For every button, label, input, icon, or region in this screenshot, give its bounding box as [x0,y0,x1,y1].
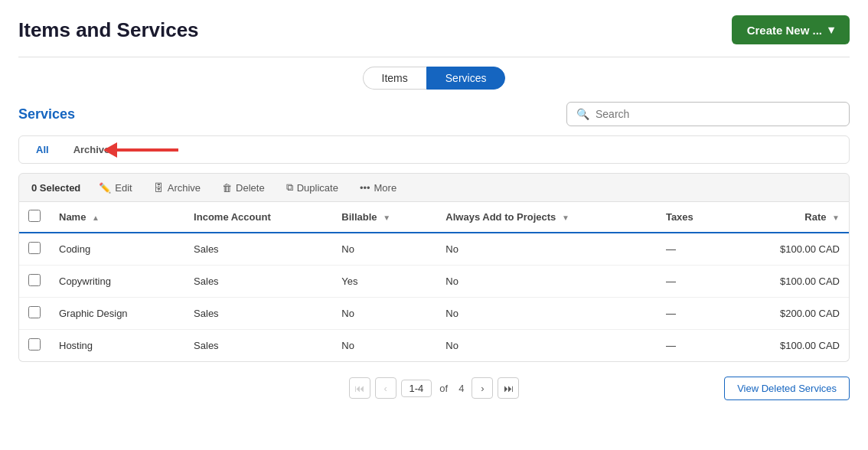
row-always-add: No [436,233,657,266]
pag-next-button[interactable]: › [472,377,493,399]
sort-icon-always-add: ▼ [562,214,569,222]
col-always-add[interactable]: Always Add to Projects ▼ [436,202,657,233]
sort-icon-rate: ▼ [832,214,840,222]
chevron-down-icon: ▾ [828,23,834,37]
delete-button[interactable]: 🗑 Delete [219,181,268,195]
row-checkbox-0[interactable] [28,242,41,254]
row-income-account: Sales [184,233,332,266]
table-row: Coding Sales No No — $100.00 CAD [19,233,849,266]
row-name: Coding [50,233,184,266]
search-icon: 🔍 [576,108,589,120]
select-all-col [19,202,50,233]
tab-items[interactable]: Items [363,67,426,90]
row-billable: Yes [332,266,436,298]
search-input[interactable] [596,108,840,120]
pag-of-label: of [439,383,448,394]
page-header: Items and Services Create New ... ▾ [18,15,850,44]
row-checkbox-cell [19,266,50,298]
edit-icon: ✏️ [99,182,111,194]
row-name: Graphic Design [50,298,184,330]
table-row: Graphic Design Sales No No — $200.00 CAD [19,298,849,330]
row-checkbox-3[interactable] [28,338,41,351]
arrow-head [103,142,117,158]
row-taxes: — [657,233,728,266]
duplicate-icon: ⧉ [286,181,293,194]
row-name: Copywriting [50,266,184,298]
more-icon: ••• [360,182,370,194]
pag-range: 1-4 [401,380,432,397]
row-checkbox-cell [19,233,50,266]
pag-prev-button[interactable]: ‹ [375,377,396,399]
row-rate: $200.00 CAD [728,298,849,330]
pag-last-button[interactable]: ⏭ [498,377,519,399]
pag-total: 4 [458,383,464,394]
pag-first-button[interactable]: ⏮ [349,377,370,399]
services-table: Name ▲ Income Account Billable ▼ Always … [18,202,850,362]
search-box: 🔍 [566,102,850,126]
edit-button[interactable]: ✏️ Edit [96,181,135,195]
row-rate: $100.00 CAD [728,233,849,266]
section-header: Services 🔍 [18,102,850,126]
view-deleted-button[interactable]: View Deleted Services [724,377,850,400]
archive-label: Archive [168,182,201,194]
row-income-account: Sales [184,298,332,330]
tab-services[interactable]: Services [426,67,506,90]
row-taxes: — [657,298,728,330]
pagination: ⏮ ‹ 1-4 of 4 › ⏭ [349,377,520,399]
create-new-label: Create New ... [747,24,822,37]
col-name[interactable]: Name ▲ [50,202,184,233]
row-checkbox-cell [19,298,50,330]
tabs-row: Items Services [18,67,850,90]
more-button[interactable]: ••• More [357,181,400,195]
sort-asc-icon: ▲ [92,214,100,222]
duplicate-label: Duplicate [297,182,338,194]
row-always-add: No [436,298,657,330]
table-row: Hosting Sales No No — $100.00 CAD [19,330,849,362]
row-name: Hosting [50,330,184,362]
table-header-row: Name ▲ Income Account Billable ▼ Always … [19,202,849,233]
row-billable: No [332,298,436,330]
row-checkbox-1[interactable] [28,274,41,286]
filter-bar: All Archived [18,135,850,164]
selected-count: 0 Selected [31,182,80,194]
arrow-annotation [103,142,178,158]
row-taxes: — [657,330,728,362]
archive-icon: 🗄 [154,182,164,194]
trash-icon: 🗑 [222,182,232,194]
section-title: Services [18,106,75,122]
more-label: More [374,182,397,194]
row-income-account: Sales [184,330,332,362]
row-taxes: — [657,266,728,298]
col-income-account: Income Account [184,202,332,233]
edit-label: Edit [115,182,132,194]
filter-all[interactable]: All [31,142,54,157]
row-rate: $100.00 CAD [728,330,849,362]
row-checkbox-2[interactable] [28,306,41,318]
page: Items and Services Create New ... ▾ Item… [0,0,868,450]
header-divider [18,57,850,57]
col-taxes: Taxes [657,202,728,233]
sort-icon-billable: ▼ [383,214,390,222]
duplicate-button[interactable]: ⧉ Duplicate [283,180,341,195]
archive-button[interactable]: 🗄 Archive [151,181,204,195]
row-billable: No [332,330,436,362]
col-rate[interactable]: Rate ▼ [728,202,849,233]
col-billable[interactable]: Billable ▼ [332,202,436,233]
action-toolbar: 0 Selected ✏️ Edit 🗄 Archive 🗑 Delete ⧉ … [18,173,850,202]
bottom-bar: ⏮ ‹ 1-4 of 4 › ⏭ View Deleted Services [18,377,850,399]
row-rate: $100.00 CAD [728,266,849,298]
row-checkbox-cell [19,330,50,362]
table-row: Copywriting Sales Yes No — $100.00 CAD [19,266,849,298]
row-always-add: No [436,266,657,298]
row-always-add: No [436,330,657,362]
delete-label: Delete [236,182,265,194]
create-new-button[interactable]: Create New ... ▾ [732,15,850,44]
page-title: Items and Services [18,18,199,42]
arrow-body [117,148,178,152]
row-income-account: Sales [184,266,332,298]
row-billable: No [332,233,436,266]
select-all-checkbox[interactable] [28,210,41,222]
